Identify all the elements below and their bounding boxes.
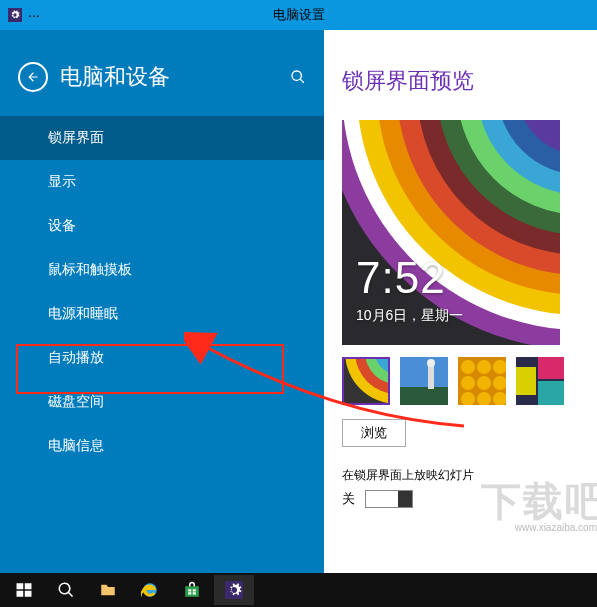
gear-icon[interactable]	[8, 8, 22, 22]
ie-icon	[141, 581, 159, 599]
search-taskbar-icon	[57, 581, 75, 599]
preview-time: 7:52	[356, 253, 446, 303]
sidebar: 电脑和设备 锁屏界面 显示 设备 鼠标和触摸板 电源和睡眠 自动播放 磁盘空间 …	[0, 30, 324, 573]
sidebar-item-lockscreen[interactable]: 锁屏界面	[0, 116, 324, 160]
search-button[interactable]	[290, 69, 306, 85]
thumbnail-4[interactable]	[516, 357, 564, 405]
menu-label: 显示	[48, 173, 76, 189]
svg-rect-36	[17, 583, 24, 589]
sidebar-item-pcinfo[interactable]: 电脑信息	[0, 424, 324, 468]
search-icon	[290, 69, 306, 85]
preview-date: 10月6日，星期一	[356, 307, 463, 325]
taskbar	[0, 573, 597, 607]
svg-rect-37	[25, 583, 32, 589]
sidebar-header: 电脑和设备	[0, 50, 324, 116]
menu-label: 鼠标和触摸板	[48, 261, 132, 277]
window-title: 电脑设置	[273, 6, 325, 24]
svg-rect-44	[188, 592, 191, 594]
store-icon	[183, 581, 201, 599]
start-button[interactable]	[4, 575, 44, 605]
svg-rect-34	[538, 357, 564, 379]
wallpaper-thumbnails	[342, 357, 579, 405]
thumbnail-1[interactable]	[342, 357, 390, 405]
sidebar-title: 电脑和设备	[60, 62, 290, 92]
back-arrow-icon	[26, 70, 40, 84]
thumbnail-2[interactable]	[400, 357, 448, 405]
lockscreen-preview: 7:52 10月6日，星期一	[342, 120, 560, 345]
taskbar-ie[interactable]	[130, 575, 170, 605]
svg-rect-33	[516, 367, 536, 395]
svg-point-24	[477, 360, 491, 374]
browse-button[interactable]: 浏览	[342, 419, 406, 447]
folder-icon	[99, 581, 117, 599]
svg-point-23	[461, 360, 475, 374]
taskbar-settings[interactable]	[214, 575, 254, 605]
slideshow-label: 在锁屏界面上放映幻灯片	[342, 467, 579, 484]
menu-label: 电脑信息	[48, 437, 104, 453]
taskbar-search[interactable]	[46, 575, 86, 605]
svg-rect-42	[188, 589, 191, 591]
settings-icon	[225, 581, 243, 599]
sidebar-item-disk[interactable]: 磁盘空间	[0, 380, 324, 424]
sidebar-item-display[interactable]: 显示	[0, 160, 324, 204]
thumbnail-3[interactable]	[458, 357, 506, 405]
browse-label: 浏览	[361, 425, 387, 440]
windows-start-icon	[15, 581, 33, 599]
svg-rect-41	[185, 586, 199, 597]
taskbar-store[interactable]	[172, 575, 212, 605]
more-icon[interactable]: ···	[28, 7, 40, 23]
menu-label: 设备	[48, 217, 76, 233]
svg-rect-43	[193, 589, 196, 591]
menu-label: 自动播放	[48, 349, 104, 365]
menu-label: 电源和睡眠	[48, 305, 118, 321]
sidebar-item-autoplay[interactable]: 自动播放	[0, 336, 324, 380]
back-button[interactable]	[18, 62, 48, 92]
sidebar-item-power[interactable]: 电源和睡眠	[0, 292, 324, 336]
sidebar-item-devices[interactable]: 设备	[0, 204, 324, 248]
title-bar: ··· 电脑设置	[0, 0, 597, 30]
svg-rect-45	[193, 592, 196, 594]
toggle-state-label: 关	[342, 490, 355, 508]
content-title: 锁屏界面预览	[342, 66, 579, 96]
content-pane: 锁屏界面预览 7:52	[324, 30, 597, 573]
svg-point-26	[461, 376, 475, 390]
slideshow-toggle[interactable]	[365, 490, 413, 508]
svg-rect-39	[25, 591, 32, 597]
slideshow-row: 关	[342, 490, 579, 508]
svg-point-21	[427, 359, 435, 367]
sidebar-menu: 锁屏界面 显示 设备 鼠标和触摸板 电源和睡眠 自动播放 磁盘空间 电脑信息	[0, 116, 324, 468]
sidebar-item-mouse[interactable]: 鼠标和触摸板	[0, 248, 324, 292]
watermark-url: www.xiazaiba.com	[515, 522, 597, 533]
svg-rect-19	[400, 387, 448, 405]
svg-rect-35	[538, 381, 564, 405]
menu-label: 磁盘空间	[48, 393, 104, 409]
svg-point-27	[477, 376, 491, 390]
menu-label: 锁屏界面	[48, 129, 104, 145]
svg-rect-38	[17, 591, 24, 597]
taskbar-explorer[interactable]	[88, 575, 128, 605]
svg-rect-18	[400, 357, 448, 387]
toggle-knob	[398, 491, 412, 507]
